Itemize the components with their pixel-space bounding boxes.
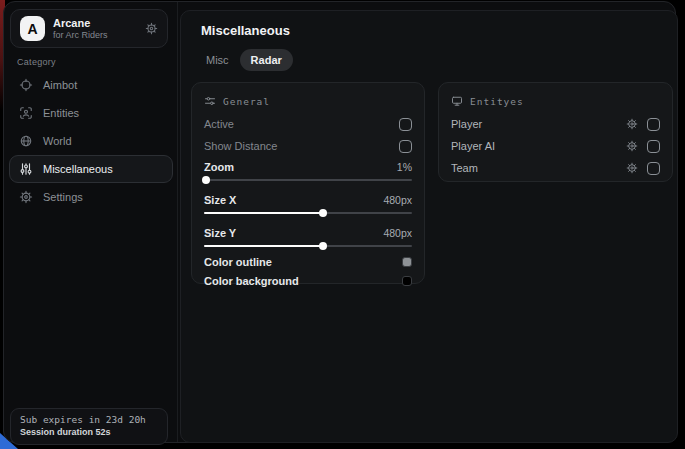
active-label: Active <box>204 118 399 130</box>
active-checkbox[interactable] <box>399 118 412 131</box>
sliders-horizontal-icon <box>204 95 216 107</box>
monitor-icon <box>451 95 463 107</box>
active-row: Active <box>204 113 412 135</box>
size-y-label: Size Y <box>204 227 383 239</box>
screen: A Arcane for Arc Riders Category Aimbot … <box>0 0 685 449</box>
size-y-value: 480px <box>383 227 412 239</box>
zoom-row: Zoom 1% <box>204 157 412 176</box>
team-label: Team <box>451 162 617 174</box>
category-section-label: Category <box>17 57 56 67</box>
color-background-row: Color background <box>204 271 412 290</box>
team-row: Team <box>451 157 660 179</box>
size-y-slider[interactable] <box>204 242 412 250</box>
sidebar-item-miscellaneous[interactable]: Miscellaneous <box>9 155 173 183</box>
content-panel: Miscellaneous Misc Radar General Active … <box>180 10 678 443</box>
sidebar-item-label: Entities <box>43 107 79 119</box>
size-x-slider[interactable] <box>204 209 412 217</box>
size-y-row: Size Y 480px <box>204 223 412 242</box>
sidebar-item-aimbot[interactable]: Aimbot <box>9 71 173 99</box>
size-x-label: Size X <box>204 194 383 206</box>
entities-scan-icon <box>19 106 33 120</box>
tab-misc[interactable]: Misc <box>195 49 240 71</box>
sidebar-nav: Aimbot Entities World Miscellaneous Sett… <box>9 71 173 211</box>
color-outline-label: Color outline <box>204 256 402 268</box>
entities-card: Entityes Player Player AI Team <box>438 82 673 182</box>
sidebar-item-world[interactable]: World <box>9 127 173 155</box>
size-x-value: 480px <box>383 194 412 206</box>
show-distance-checkbox[interactable] <box>399 140 412 153</box>
player-ai-checkbox[interactable] <box>647 140 660 153</box>
size-x-row: Size X 480px <box>204 190 412 209</box>
app-subtitle: for Arc Riders <box>53 30 137 40</box>
tab-bar: Misc Radar <box>195 49 293 71</box>
size-y-slider-thumb[interactable] <box>319 242 327 250</box>
sliders-icon <box>19 162 33 176</box>
gear-icon <box>19 190 33 204</box>
app-logo: A <box>20 16 45 41</box>
entities-card-title: Entityes <box>470 96 524 107</box>
sidebar-item-settings[interactable]: Settings <box>9 183 173 211</box>
team-checkbox[interactable] <box>647 162 660 175</box>
color-background-swatch[interactable] <box>402 276 412 286</box>
player-checkbox[interactable] <box>647 118 660 131</box>
page-title: Miscellaneous <box>201 23 290 38</box>
session-duration-text: Session duration 52s <box>20 427 158 437</box>
size-x-slider-thumb[interactable] <box>319 209 327 217</box>
gear-icon[interactable] <box>626 162 638 174</box>
sidebar-item-label: Settings <box>43 191 83 203</box>
general-card-title: General <box>223 96 270 107</box>
crosshair-icon <box>19 78 33 92</box>
color-background-label: Color background <box>204 275 402 287</box>
sidebar-item-label: Aimbot <box>43 79 77 91</box>
zoom-label: Zoom <box>204 161 397 173</box>
sidebar-item-label: World <box>43 135 72 147</box>
zoom-value: 1% <box>397 161 412 173</box>
sidebar-item-label: Miscellaneous <box>43 163 113 175</box>
sidebar: A Arcane for Arc Riders Category Aimbot … <box>4 2 178 442</box>
subscription-card: Sub expires in 23d 20h Session duration … <box>10 408 168 445</box>
gear-icon[interactable] <box>626 118 638 130</box>
player-row: Player <box>451 113 660 135</box>
app-name: Arcane <box>53 17 137 30</box>
color-outline-row: Color outline <box>204 252 412 271</box>
brand-card: A Arcane for Arc Riders <box>10 9 168 48</box>
gear-icon[interactable] <box>145 22 158 35</box>
show-distance-row: Show Distance <box>204 135 412 157</box>
zoom-slider-thumb[interactable] <box>202 176 210 184</box>
show-distance-label: Show Distance <box>204 140 399 152</box>
player-ai-row: Player AI <box>451 135 660 157</box>
globe-icon <box>19 134 33 148</box>
general-card: General Active Show Distance Zoom 1% <box>191 82 425 284</box>
sidebar-item-entities[interactable]: Entities <box>9 99 173 127</box>
color-outline-swatch[interactable] <box>402 257 412 267</box>
sub-expires-text: Sub expires in 23d 20h <box>20 414 158 425</box>
zoom-slider[interactable] <box>204 176 412 184</box>
player-ai-label: Player AI <box>451 140 617 152</box>
app-window: A Arcane for Arc Riders Category Aimbot … <box>3 1 676 443</box>
gear-icon[interactable] <box>626 140 638 152</box>
tab-radar[interactable]: Radar <box>240 49 293 71</box>
player-label: Player <box>451 118 617 130</box>
